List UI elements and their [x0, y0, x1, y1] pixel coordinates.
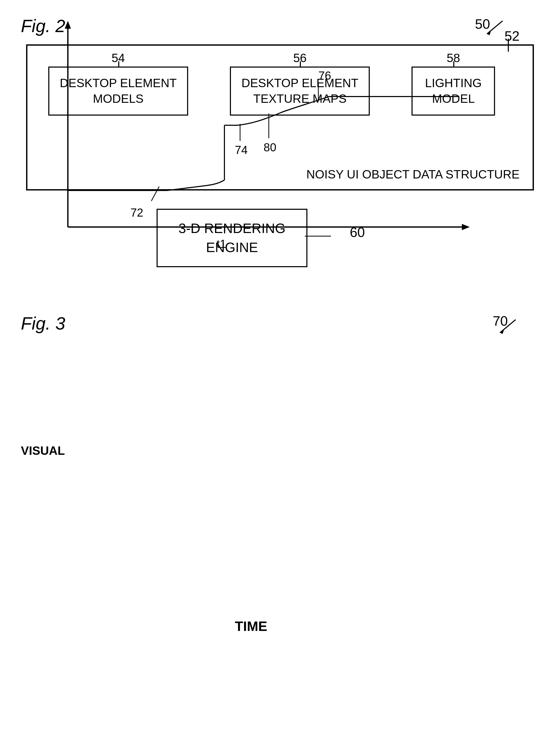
svg-text:80: 80 — [264, 141, 276, 154]
svg-text:76: 76 — [318, 69, 331, 82]
svg-line-17 — [151, 187, 159, 201]
svg-text:t1: t1 — [217, 237, 226, 250]
svg-text:74: 74 — [235, 144, 248, 156]
fig3-graph: 72 74 76 80 t1 — [42, 13, 485, 261]
svg-line-0 — [487, 21, 503, 34]
svg-marker-12 — [462, 224, 470, 230]
svg-marker-10 — [65, 21, 71, 29]
fig3-title: Fig. 3 — [21, 313, 65, 333]
visual-label: VISUAL — [21, 444, 65, 458]
svg-text:72: 72 — [130, 206, 143, 219]
arrow-70-icon — [495, 317, 523, 338]
svg-line-7 — [500, 320, 516, 333]
time-label: TIME — [235, 618, 267, 634]
